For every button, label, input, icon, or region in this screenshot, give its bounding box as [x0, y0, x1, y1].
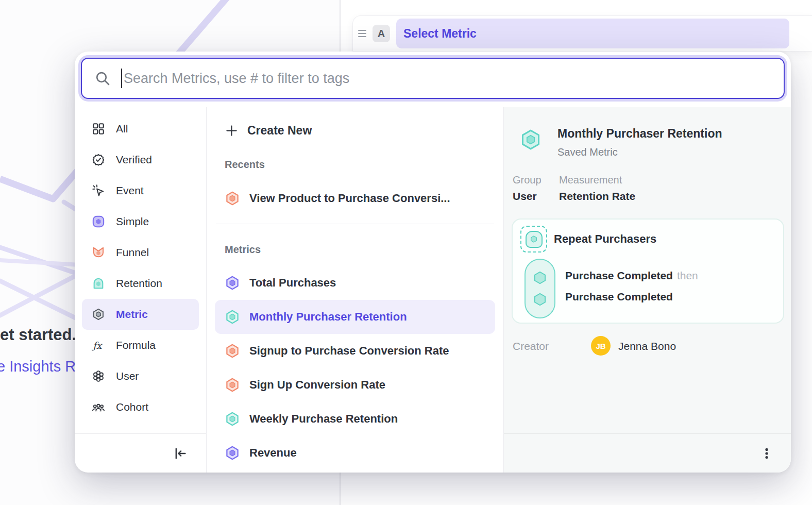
- measurement-label: Measurement: [559, 174, 622, 186]
- select-metric-label: Select Metric: [403, 27, 477, 41]
- metric-row-card: A Select Metric: [352, 15, 812, 52]
- metrics-list: Total Purchases Monthly Purchaser Retent…: [215, 266, 495, 470]
- metric-row-label: Revenue: [249, 446, 297, 460]
- metric-row-signup-to-purchase[interactable]: Signup to Purchase Conversion Rate: [215, 334, 495, 368]
- recent-metric-label: View Product to Purchase Conversi...: [249, 192, 450, 205]
- formula-icon: ƒx: [92, 339, 105, 352]
- search-icon: [94, 70, 111, 87]
- text-cursor: [121, 69, 122, 88]
- sidebar-item-label: Funnel: [116, 246, 149, 259]
- section-divider: [216, 224, 494, 224]
- retention-definition-icon: [520, 226, 547, 252]
- metric-picker-dialog: All Verified Event: [75, 52, 791, 473]
- verified-icon: [92, 153, 105, 166]
- metric-row-sign-up-conversion[interactable]: Sign Up Conversion Rate: [215, 368, 495, 402]
- step-hexagon-icon: [532, 270, 548, 285]
- sidebar-item-verified[interactable]: Verified: [82, 144, 199, 175]
- metric-row-monthly-purchaser-retention[interactable]: Monthly Purchaser Retention: [215, 300, 495, 334]
- step-suffix: then: [677, 270, 698, 281]
- group-label: Group: [513, 174, 542, 186]
- sidebar-item-event[interactable]: Event: [82, 175, 199, 206]
- insights-report-link[interactable]: e Insights Re: [0, 358, 84, 375]
- sidebar-item-metric[interactable]: Metric: [82, 299, 199, 330]
- recents-section-label: Recents: [225, 159, 265, 171]
- select-metric-pill[interactable]: Select Metric: [396, 19, 789, 48]
- metric-row-label: Sign Up Conversion Rate: [249, 378, 385, 392]
- create-new-label: Create New: [247, 124, 312, 138]
- sidebar-footer: [75, 433, 206, 473]
- detail-title: Monthly Purchaser Retention: [557, 127, 722, 141]
- row-letter-badge: A: [373, 25, 390, 42]
- more-options-icon[interactable]: [760, 447, 773, 460]
- metric-row-total-purchases[interactable]: Total Purchases: [215, 266, 495, 300]
- cohort-people-icon: [92, 400, 105, 414]
- funnel-icon: [92, 246, 105, 259]
- metric-hexagon-icon-purple: [225, 445, 240, 461]
- search-bar: [81, 58, 785, 99]
- metric-row-label: Total Purchases: [249, 276, 336, 290]
- measurement-value: Retention Rate: [559, 190, 635, 203]
- metric-icon: [92, 308, 105, 321]
- sidebar-item-label: Event: [116, 184, 144, 197]
- detail-footer: [504, 433, 791, 473]
- metric-hexagon-icon-orange: [225, 190, 240, 207]
- step-sequence-pill: [525, 259, 555, 318]
- metric-hexagon-icon-orange: [225, 377, 240, 393]
- cursor-icon: [92, 184, 105, 197]
- sidebar-item-formula[interactable]: ƒx Formula: [82, 330, 199, 361]
- metric-row-revenue[interactable]: Revenue: [215, 436, 495, 470]
- sidebar-item-label: Retention: [116, 277, 162, 290]
- sidebar-item-label: All: [116, 123, 128, 135]
- simple-icon: [92, 215, 105, 228]
- metric-definition-card: Repeat Purchasers Purchase Completedthen: [512, 218, 784, 324]
- recent-metric-item[interactable]: View Product to Purchase Conversi...: [215, 181, 495, 215]
- step-hexagon-icon: [532, 292, 548, 307]
- sidebar-item-retention[interactable]: Retention: [82, 268, 199, 299]
- metric-row-label: Weekly Purchase Retention: [249, 412, 398, 426]
- metric-hexagon-icon-orange: [225, 343, 240, 359]
- user-cluster-icon: [92, 369, 105, 383]
- svg-text:ƒx: ƒx: [92, 340, 103, 351]
- search-input[interactable]: [124, 71, 771, 87]
- sidebar-item-label: Simple: [116, 215, 149, 228]
- metrics-section-label: Metrics: [225, 244, 261, 256]
- creator-label: Creator: [513, 340, 549, 352]
- get-started-text: et started.: [0, 326, 76, 344]
- group-value: User: [513, 190, 537, 203]
- sidebar-item-label: Metric: [116, 308, 148, 321]
- sidebar-item-label: Formula: [116, 339, 156, 351]
- metric-hexagon-icon-teal-large: [519, 128, 542, 154]
- sidebar-item-label: Verified: [116, 154, 152, 166]
- metric-row-label: Monthly Purchaser Retention: [249, 310, 407, 324]
- definition-steps: Purchase Completedthen Purchase Complete…: [565, 265, 698, 307]
- step-event: Purchase Completed: [565, 270, 673, 281]
- detail-subtitle: Saved Metric: [557, 146, 618, 158]
- retention-icon: [92, 277, 105, 290]
- creator-avatar: JB: [591, 336, 611, 356]
- grid-icon: [92, 122, 105, 136]
- metric-list-column: Create New Recents View Product to Purch…: [206, 107, 504, 473]
- definition-name: Repeat Purchasers: [554, 232, 656, 246]
- metric-detail-panel: Monthly Purchaser Retention Saved Metric…: [504, 107, 791, 473]
- sidebar-item-label: User: [116, 370, 139, 382]
- metric-hexagon-icon-purple: [225, 275, 240, 291]
- metric-hexagon-icon-teal: [225, 309, 240, 325]
- type-filter-sidebar: All Verified Event: [75, 107, 206, 473]
- sidebar-item-label: Cohort: [116, 401, 148, 413]
- sidebar-item-all[interactable]: All: [82, 113, 199, 144]
- sidebar-item-cohort[interactable]: Cohort: [82, 392, 199, 423]
- sidebar-item-user[interactable]: User: [82, 361, 199, 392]
- step-event: Purchase Completed: [565, 291, 673, 302]
- sidebar-item-funnel[interactable]: Funnel: [82, 237, 199, 268]
- plus-icon: [225, 124, 239, 138]
- drag-handle-icon[interactable]: [358, 30, 368, 37]
- metric-row-label: Signup to Purchase Conversion Rate: [249, 344, 449, 358]
- sidebar-item-simple[interactable]: Simple: [82, 206, 199, 237]
- metric-hexagon-icon-teal: [225, 411, 240, 427]
- collapse-sidebar-icon[interactable]: [173, 446, 188, 461]
- create-new-button[interactable]: Create New: [207, 114, 503, 146]
- creator-name: Jenna Bono: [618, 340, 676, 352]
- metric-row-weekly-purchase-retention[interactable]: Weekly Purchase Retention: [215, 402, 495, 436]
